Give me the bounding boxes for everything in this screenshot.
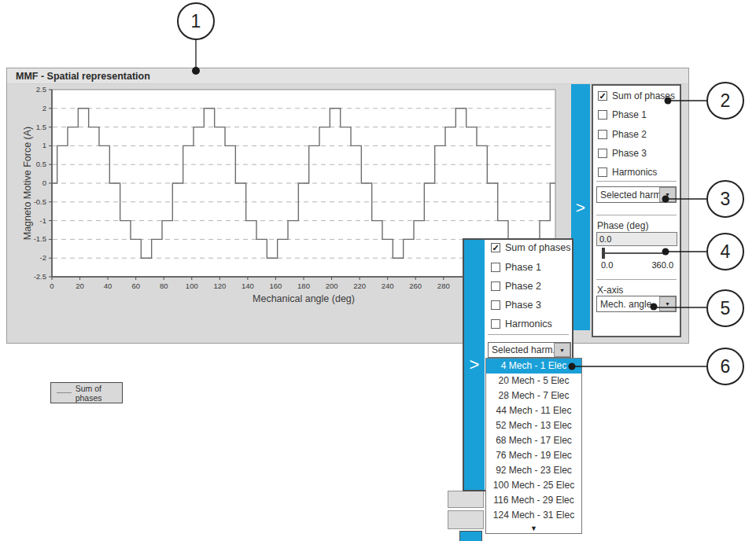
svg-text:100: 100 bbox=[186, 282, 198, 290]
collapse-tab-fragment bbox=[459, 531, 482, 541]
svg-text:-1.5: -1.5 bbox=[34, 234, 46, 243]
svg-text:2.5: 2.5 bbox=[36, 85, 46, 94]
svg-text:40: 40 bbox=[104, 282, 112, 290]
svg-text:0: 0 bbox=[50, 282, 53, 290]
checkbox-harmonics[interactable]: Harmonics bbox=[598, 164, 657, 180]
harmonic-option[interactable]: 92 Mech - 23 Elec bbox=[486, 463, 581, 478]
separator bbox=[488, 334, 569, 335]
phase-slider[interactable] bbox=[593, 246, 680, 260]
svg-text:140: 140 bbox=[242, 282, 254, 290]
harmonic-option[interactable]: 116 Mech - 29 Elec bbox=[486, 493, 581, 508]
checkbox-box[interactable]: ✓ bbox=[598, 91, 607, 101]
chart-legend: Sum of phases bbox=[50, 382, 123, 403]
callout-5: 5 bbox=[706, 289, 744, 327]
background-fragment bbox=[448, 491, 484, 508]
checkbox-label: Sum of phases bbox=[505, 242, 570, 253]
harmonic-option[interactable]: 68 Mech - 17 Elec bbox=[486, 433, 581, 448]
svg-text:-0.5: -0.5 bbox=[34, 197, 46, 206]
checkbox-label: Sum of phases bbox=[612, 90, 675, 101]
checkbox-box[interactable] bbox=[598, 167, 607, 177]
svg-text:240: 240 bbox=[382, 282, 394, 290]
slider-handle[interactable] bbox=[602, 248, 605, 259]
svg-text:0.5: 0.5 bbox=[36, 160, 46, 168]
harmonic-option[interactable]: 124 Mech - 31 Elec bbox=[486, 508, 581, 523]
figure-canvas: MMF - Spatial representation 2.521.510.5… bbox=[0, 0, 756, 541]
checkbox-label: Phase 3 bbox=[612, 148, 647, 159]
checkbox-label: Phase 3 bbox=[505, 300, 541, 311]
checkbox-sum-of-phases[interactable]: ✓ Sum of phases bbox=[491, 240, 570, 256]
checkbox-box[interactable] bbox=[598, 149, 607, 158]
harmonic-list: 4 Mech - 1 Elec 20 Mech - 5 Elec 28 Mech… bbox=[485, 358, 582, 534]
chevron-down-icon: ▼ bbox=[665, 301, 670, 307]
checkbox-box[interactable] bbox=[491, 319, 500, 329]
checkbox-label: Phase 1 bbox=[612, 109, 647, 120]
checkbox-harmonics[interactable]: Harmonics bbox=[491, 316, 552, 332]
checkbox-box[interactable] bbox=[598, 130, 607, 139]
svg-text:60: 60 bbox=[131, 282, 140, 290]
callout-1: 1 bbox=[177, 2, 215, 40]
checkbox-box[interactable]: ✓ bbox=[491, 243, 500, 252]
svg-text:160: 160 bbox=[270, 282, 282, 290]
separator bbox=[596, 215, 677, 215]
slider-max-label: 360.0 bbox=[651, 260, 673, 270]
svg-text:2: 2 bbox=[42, 104, 46, 112]
checkbox-box[interactable] bbox=[491, 263, 500, 272]
dropdown-arrow-button[interactable]: ▼ bbox=[659, 187, 676, 202]
callout-2: 2 bbox=[706, 82, 744, 120]
chevron-right-icon: > bbox=[576, 198, 585, 217]
harmonic-option[interactable]: 100 Mech - 25 Elec bbox=[486, 478, 581, 493]
harmonic-option[interactable]: 20 Mech - 5 Elec bbox=[486, 374, 581, 388]
checkbox-phase-3[interactable]: Phase 3 bbox=[598, 145, 647, 161]
separator bbox=[596, 279, 677, 280]
svg-text:20: 20 bbox=[76, 282, 84, 290]
panel-collapse-tab[interactable]: > bbox=[571, 84, 590, 330]
dropdown-arrow-button[interactable]: ▼ bbox=[659, 296, 676, 311]
phase-input[interactable] bbox=[596, 232, 677, 246]
slider-min-label: 0.0 bbox=[601, 260, 613, 270]
dropdown-value: Mech. angle bbox=[597, 299, 659, 310]
svg-text:Mechanical angle (deg): Mechanical angle (deg) bbox=[253, 293, 355, 304]
chevron-right-icon: > bbox=[470, 355, 480, 375]
checkbox-label: Phase 1 bbox=[505, 262, 541, 273]
checkbox-phase-2[interactable]: Phase 2 bbox=[598, 127, 647, 142]
checkbox-box[interactable] bbox=[598, 110, 607, 120]
checkbox-phase-3[interactable]: Phase 3 bbox=[491, 297, 541, 313]
harmonic-option[interactable]: 52 Mech - 13 Elec bbox=[486, 418, 581, 433]
checkbox-label: Harmonics bbox=[505, 318, 552, 329]
legend-label: Sum of phases bbox=[76, 384, 122, 403]
harmonic-option[interactable]: 4 Mech - 1 Elec bbox=[486, 359, 581, 374]
callout-3: 3 bbox=[706, 180, 744, 218]
dropdown-value: Selected harm. bbox=[597, 190, 659, 201]
checkbox-label: Harmonics bbox=[612, 167, 657, 178]
svg-text:1: 1 bbox=[42, 141, 46, 149]
svg-text:-2: -2 bbox=[40, 253, 46, 262]
svg-text:280: 280 bbox=[437, 282, 450, 290]
slider-track bbox=[603, 252, 665, 254]
checkbox-box[interactable] bbox=[491, 282, 500, 291]
background-fragment bbox=[448, 510, 484, 529]
callout-6: 6 bbox=[706, 348, 744, 385]
dropdown-arrow-button[interactable]: ▼ bbox=[554, 343, 570, 357]
svg-text:120: 120 bbox=[213, 282, 226, 290]
scroll-down-icon[interactable]: ▼ bbox=[486, 523, 581, 533]
chevron-down-icon: ▼ bbox=[559, 348, 565, 353]
svg-text:-2.5: -2.5 bbox=[34, 272, 46, 281]
dropdown-value: Selected harm. bbox=[489, 344, 554, 355]
legend-line-swatch bbox=[57, 392, 72, 393]
chevron-down-icon: ▼ bbox=[665, 192, 670, 197]
checkbox-phase-1[interactable]: Phase 1 bbox=[598, 107, 647, 123]
checkbox-phase-1[interactable]: Phase 1 bbox=[491, 259, 541, 275]
window-title: MMF - Spatial representation bbox=[7, 68, 688, 84]
checkbox-box[interactable] bbox=[491, 300, 500, 310]
harmonic-option[interactable]: 44 Mech - 11 Elec bbox=[486, 403, 581, 418]
selected-harmonic-dropdown[interactable]: Selected harm. ▼ bbox=[488, 342, 571, 358]
panel-collapse-tab[interactable]: > bbox=[464, 240, 485, 490]
separator bbox=[596, 181, 677, 182]
x-axis-dropdown[interactable]: Mech. angle ▼ bbox=[596, 296, 677, 312]
harmonic-option[interactable]: 76 Mech - 19 Elec bbox=[486, 448, 581, 463]
harmonic-option[interactable]: 28 Mech - 7 Elec bbox=[486, 388, 581, 403]
selected-harmonic-dropdown[interactable]: Selected harm. ▼ bbox=[596, 186, 677, 203]
svg-text:200: 200 bbox=[326, 282, 338, 290]
checkbox-phase-2[interactable]: Phase 2 bbox=[491, 278, 541, 294]
checkbox-sum-of-phases[interactable]: ✓ Sum of phases bbox=[598, 88, 675, 104]
